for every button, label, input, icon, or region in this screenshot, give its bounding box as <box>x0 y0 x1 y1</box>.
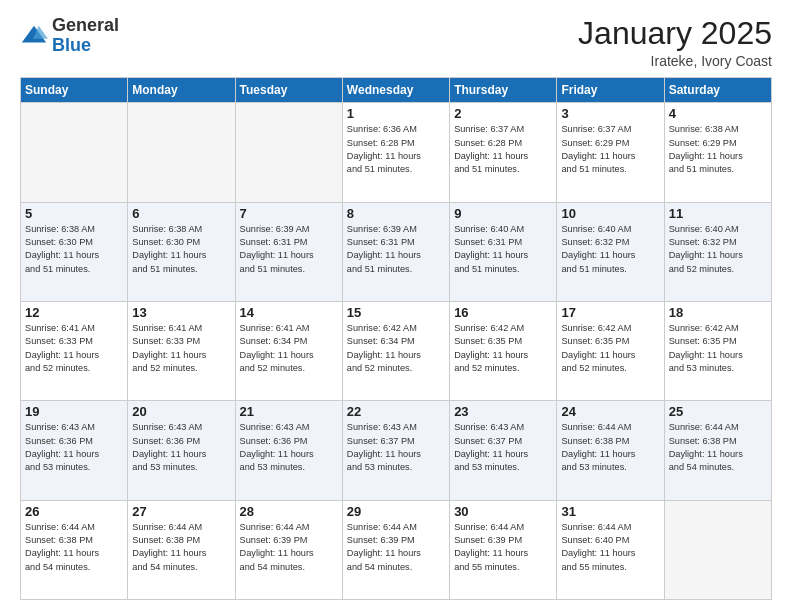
day-info: Sunrise: 6:39 AM Sunset: 6:31 PM Dayligh… <box>240 223 338 276</box>
calendar-day-cell: 15Sunrise: 6:42 AM Sunset: 6:34 PM Dayli… <box>342 301 449 400</box>
calendar-day-cell: 12Sunrise: 6:41 AM Sunset: 6:33 PM Dayli… <box>21 301 128 400</box>
day-number: 11 <box>669 206 767 221</box>
day-info: Sunrise: 6:41 AM Sunset: 6:34 PM Dayligh… <box>240 322 338 375</box>
day-info: Sunrise: 6:40 AM Sunset: 6:32 PM Dayligh… <box>561 223 659 276</box>
calendar-day-header: Saturday <box>664 78 771 103</box>
day-number: 30 <box>454 504 552 519</box>
calendar-day-cell: 23Sunrise: 6:43 AM Sunset: 6:37 PM Dayli… <box>450 401 557 500</box>
day-info: Sunrise: 6:44 AM Sunset: 6:39 PM Dayligh… <box>240 521 338 574</box>
calendar-day-cell: 24Sunrise: 6:44 AM Sunset: 6:38 PM Dayli… <box>557 401 664 500</box>
calendar-day-cell: 18Sunrise: 6:42 AM Sunset: 6:35 PM Dayli… <box>664 301 771 400</box>
day-number: 21 <box>240 404 338 419</box>
day-info: Sunrise: 6:41 AM Sunset: 6:33 PM Dayligh… <box>25 322 123 375</box>
day-number: 17 <box>561 305 659 320</box>
calendar-day-cell: 14Sunrise: 6:41 AM Sunset: 6:34 PM Dayli… <box>235 301 342 400</box>
calendar-day-header: Tuesday <box>235 78 342 103</box>
calendar-day-cell: 9Sunrise: 6:40 AM Sunset: 6:31 PM Daylig… <box>450 202 557 301</box>
calendar-day-header: Wednesday <box>342 78 449 103</box>
day-number: 28 <box>240 504 338 519</box>
calendar-day-cell: 29Sunrise: 6:44 AM Sunset: 6:39 PM Dayli… <box>342 500 449 599</box>
day-number: 24 <box>561 404 659 419</box>
calendar-day-cell: 4Sunrise: 6:38 AM Sunset: 6:29 PM Daylig… <box>664 103 771 202</box>
calendar-day-cell: 1Sunrise: 6:36 AM Sunset: 6:28 PM Daylig… <box>342 103 449 202</box>
calendar-day-cell: 21Sunrise: 6:43 AM Sunset: 6:36 PM Dayli… <box>235 401 342 500</box>
day-info: Sunrise: 6:40 AM Sunset: 6:31 PM Dayligh… <box>454 223 552 276</box>
calendar-day-cell: 2Sunrise: 6:37 AM Sunset: 6:28 PM Daylig… <box>450 103 557 202</box>
calendar-day-cell: 8Sunrise: 6:39 AM Sunset: 6:31 PM Daylig… <box>342 202 449 301</box>
day-number: 1 <box>347 106 445 121</box>
calendar-day-cell: 13Sunrise: 6:41 AM Sunset: 6:33 PM Dayli… <box>128 301 235 400</box>
day-info: Sunrise: 6:43 AM Sunset: 6:36 PM Dayligh… <box>240 421 338 474</box>
calendar-day-cell: 3Sunrise: 6:37 AM Sunset: 6:29 PM Daylig… <box>557 103 664 202</box>
day-info: Sunrise: 6:40 AM Sunset: 6:32 PM Dayligh… <box>669 223 767 276</box>
day-number: 22 <box>347 404 445 419</box>
page: General Blue January 2025 Irateke, Ivory… <box>0 0 792 612</box>
calendar-day-cell: 17Sunrise: 6:42 AM Sunset: 6:35 PM Dayli… <box>557 301 664 400</box>
day-info: Sunrise: 6:37 AM Sunset: 6:28 PM Dayligh… <box>454 123 552 176</box>
day-info: Sunrise: 6:44 AM Sunset: 6:39 PM Dayligh… <box>347 521 445 574</box>
day-number: 29 <box>347 504 445 519</box>
day-number: 8 <box>347 206 445 221</box>
calendar-day-header: Monday <box>128 78 235 103</box>
calendar-day-cell: 7Sunrise: 6:39 AM Sunset: 6:31 PM Daylig… <box>235 202 342 301</box>
location-subtitle: Irateke, Ivory Coast <box>578 53 772 69</box>
day-number: 26 <box>25 504 123 519</box>
day-number: 6 <box>132 206 230 221</box>
calendar-day-cell <box>235 103 342 202</box>
day-number: 19 <box>25 404 123 419</box>
day-info: Sunrise: 6:44 AM Sunset: 6:38 PM Dayligh… <box>132 521 230 574</box>
day-number: 13 <box>132 305 230 320</box>
calendar-day-cell: 5Sunrise: 6:38 AM Sunset: 6:30 PM Daylig… <box>21 202 128 301</box>
calendar-day-cell: 31Sunrise: 6:44 AM Sunset: 6:40 PM Dayli… <box>557 500 664 599</box>
calendar-week-row: 26Sunrise: 6:44 AM Sunset: 6:38 PM Dayli… <box>21 500 772 599</box>
calendar-day-cell: 22Sunrise: 6:43 AM Sunset: 6:37 PM Dayli… <box>342 401 449 500</box>
day-number: 27 <box>132 504 230 519</box>
day-info: Sunrise: 6:42 AM Sunset: 6:35 PM Dayligh… <box>454 322 552 375</box>
calendar-week-row: 19Sunrise: 6:43 AM Sunset: 6:36 PM Dayli… <box>21 401 772 500</box>
day-number: 4 <box>669 106 767 121</box>
calendar-day-cell: 20Sunrise: 6:43 AM Sunset: 6:36 PM Dayli… <box>128 401 235 500</box>
calendar-day-cell <box>664 500 771 599</box>
day-number: 31 <box>561 504 659 519</box>
calendar-day-cell <box>128 103 235 202</box>
logo-blue-text: Blue <box>52 35 91 55</box>
day-info: Sunrise: 6:42 AM Sunset: 6:35 PM Dayligh… <box>561 322 659 375</box>
day-info: Sunrise: 6:42 AM Sunset: 6:35 PM Dayligh… <box>669 322 767 375</box>
calendar-day-cell: 6Sunrise: 6:38 AM Sunset: 6:30 PM Daylig… <box>128 202 235 301</box>
day-number: 25 <box>669 404 767 419</box>
calendar-day-cell <box>21 103 128 202</box>
day-info: Sunrise: 6:43 AM Sunset: 6:36 PM Dayligh… <box>132 421 230 474</box>
calendar-week-row: 12Sunrise: 6:41 AM Sunset: 6:33 PM Dayli… <box>21 301 772 400</box>
day-number: 9 <box>454 206 552 221</box>
day-number: 3 <box>561 106 659 121</box>
day-number: 2 <box>454 106 552 121</box>
day-number: 23 <box>454 404 552 419</box>
day-info: Sunrise: 6:38 AM Sunset: 6:29 PM Dayligh… <box>669 123 767 176</box>
day-info: Sunrise: 6:44 AM Sunset: 6:38 PM Dayligh… <box>561 421 659 474</box>
day-info: Sunrise: 6:44 AM Sunset: 6:38 PM Dayligh… <box>669 421 767 474</box>
day-number: 12 <box>25 305 123 320</box>
day-info: Sunrise: 6:39 AM Sunset: 6:31 PM Dayligh… <box>347 223 445 276</box>
day-number: 10 <box>561 206 659 221</box>
day-info: Sunrise: 6:43 AM Sunset: 6:37 PM Dayligh… <box>454 421 552 474</box>
calendar-table: SundayMondayTuesdayWednesdayThursdayFrid… <box>20 77 772 600</box>
calendar-day-cell: 16Sunrise: 6:42 AM Sunset: 6:35 PM Dayli… <box>450 301 557 400</box>
calendar-day-header: Friday <box>557 78 664 103</box>
day-info: Sunrise: 6:38 AM Sunset: 6:30 PM Dayligh… <box>25 223 123 276</box>
day-info: Sunrise: 6:44 AM Sunset: 6:40 PM Dayligh… <box>561 521 659 574</box>
calendar-day-cell: 26Sunrise: 6:44 AM Sunset: 6:38 PM Dayli… <box>21 500 128 599</box>
day-info: Sunrise: 6:42 AM Sunset: 6:34 PM Dayligh… <box>347 322 445 375</box>
day-info: Sunrise: 6:37 AM Sunset: 6:29 PM Dayligh… <box>561 123 659 176</box>
day-info: Sunrise: 6:43 AM Sunset: 6:37 PM Dayligh… <box>347 421 445 474</box>
day-number: 16 <box>454 305 552 320</box>
title-area: January 2025 Irateke, Ivory Coast <box>578 16 772 69</box>
day-number: 7 <box>240 206 338 221</box>
calendar-week-row: 1Sunrise: 6:36 AM Sunset: 6:28 PM Daylig… <box>21 103 772 202</box>
logo-general-text: General <box>52 15 119 35</box>
day-info: Sunrise: 6:36 AM Sunset: 6:28 PM Dayligh… <box>347 123 445 176</box>
calendar-day-cell: 30Sunrise: 6:44 AM Sunset: 6:39 PM Dayli… <box>450 500 557 599</box>
calendar-header-row: SundayMondayTuesdayWednesdayThursdayFrid… <box>21 78 772 103</box>
calendar-day-cell: 10Sunrise: 6:40 AM Sunset: 6:32 PM Dayli… <box>557 202 664 301</box>
calendar-day-cell: 27Sunrise: 6:44 AM Sunset: 6:38 PM Dayli… <box>128 500 235 599</box>
day-info: Sunrise: 6:43 AM Sunset: 6:36 PM Dayligh… <box>25 421 123 474</box>
